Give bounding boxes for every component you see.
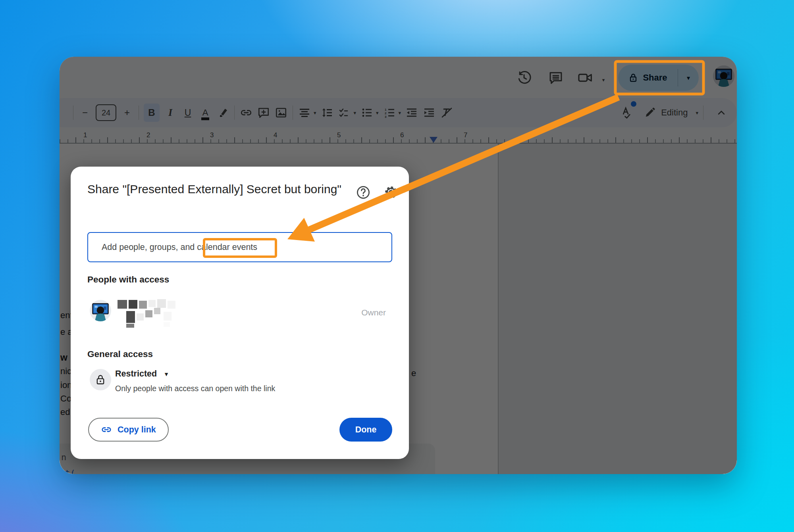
copy-link-label: Copy link	[118, 425, 156, 435]
share-dialog: Share "[Presented Externally] Secret but…	[71, 167, 409, 459]
share-settings-button[interactable]	[384, 185, 399, 200]
person-at-computer-avatar	[90, 300, 111, 321]
help-button[interactable]	[356, 185, 371, 200]
general-access-dropdown[interactable]: Restricted ▾	[115, 369, 168, 379]
redacted-owner-name	[118, 299, 181, 328]
general-access-heading: General access	[87, 349, 153, 359]
copy-link-button[interactable]: Copy link	[88, 418, 169, 442]
caret-down-icon: ▾	[165, 371, 168, 378]
dialog-title: Share "[Presented Externally] Secret but…	[87, 180, 345, 199]
desktop-background: ▾ Share ▾	[0, 0, 794, 532]
add-people-field	[87, 232, 392, 262]
people-with-access-heading: People with access	[87, 275, 169, 285]
owner-role-label: Owner	[361, 308, 386, 317]
help-icon	[356, 185, 371, 200]
done-button[interactable]: Done	[339, 418, 392, 442]
restricted-lock-badge	[90, 369, 111, 390]
lock-icon	[95, 374, 106, 385]
link-icon	[101, 424, 112, 435]
owner-avatar	[90, 300, 111, 321]
access-description: Only people with access can open with th…	[115, 384, 275, 393]
access-level-label: Restricted	[115, 369, 157, 379]
gear-icon	[384, 185, 399, 200]
add-people-input[interactable]	[88, 233, 391, 261]
